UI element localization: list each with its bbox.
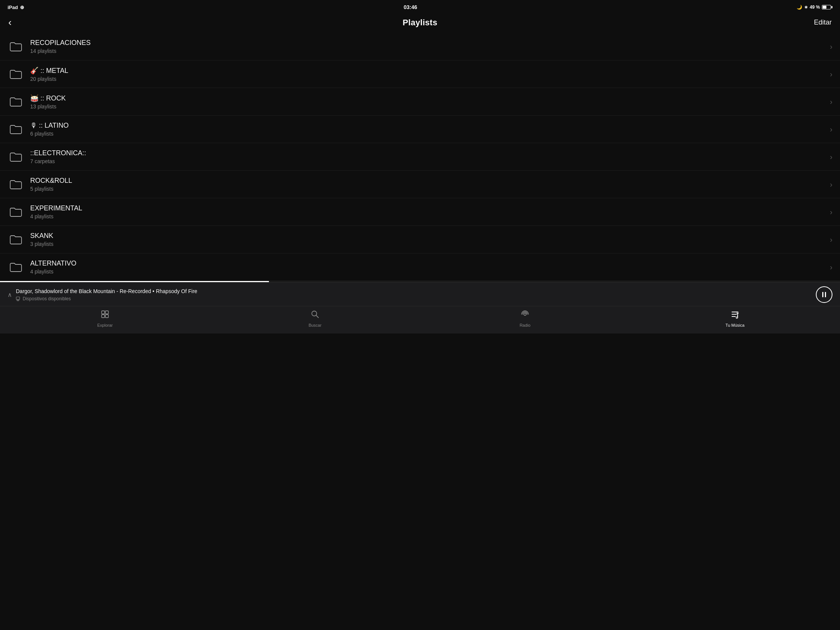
list-item[interactable]: ::ELECTRONICA:: 7 carpetas › [0, 143, 840, 171]
item-name: 🎸 :: METAL [30, 66, 826, 75]
item-count: 13 playlists [30, 104, 826, 109]
item-count: 4 playlists [30, 213, 826, 219]
svg-rect-6 [105, 315, 108, 317]
radio-icon [520, 309, 530, 321]
folder-icon [8, 66, 24, 82]
list-item[interactable]: 🎸 :: METAL 20 playlists › [0, 60, 840, 88]
status-time: 03:46 [404, 4, 417, 10]
list-item[interactable]: ALTERNATIVO 4 playlists › [0, 253, 840, 281]
list-item[interactable]: EXPERIMENTAL 4 playlists › [0, 198, 840, 226]
svg-rect-4 [105, 311, 108, 314]
item-text: ::ELECTRONICA:: 7 carpetas [30, 149, 826, 164]
item-text: 🎸 :: METAL 20 playlists [30, 66, 826, 82]
item-text: ALTERNATIVO 4 playlists [30, 259, 826, 275]
folder-icon [8, 204, 24, 220]
bottom-nav: Explorar Buscar Radio [0, 306, 840, 333]
mini-player-left: ∧ Dargor, Shadowlord of the Black Mounta… [8, 288, 197, 302]
device-label: Dispositivos disponibles [23, 296, 71, 302]
item-count: 4 playlists [30, 268, 826, 275]
item-text: 🎙 :: LATINO 6 playlists [30, 122, 826, 137]
svg-rect-5 [102, 315, 105, 317]
svg-rect-0 [16, 297, 20, 300]
device-label: iPad [8, 5, 18, 10]
item-name: RECOPILACIONES [30, 39, 826, 47]
mini-player[interactable]: ∧ Dargor, Shadowlord of the Black Mounta… [0, 282, 840, 306]
item-name: ALTERNATIVO [30, 259, 826, 267]
battery-label: 49 % [810, 5, 820, 10]
expand-icon[interactable]: ∧ [8, 291, 12, 298]
folder-icon [8, 38, 24, 55]
item-count: 6 playlists [30, 131, 826, 137]
item-text: SKANK 3 playlists [30, 232, 826, 247]
folder-icon [8, 121, 24, 137]
playlist-list: RECOPILACIONES 14 playlists › 🎸 :: METAL… [0, 33, 840, 281]
item-count: 3 playlists [30, 241, 826, 247]
back-button[interactable]: ‹ [8, 17, 21, 28]
chevron-right-icon: › [830, 263, 832, 272]
item-text: EXPERIMENTAL 4 playlists [30, 204, 826, 219]
bluetooth-icon: ∗ [804, 5, 808, 10]
nav-item-search[interactable]: Buscar [302, 309, 328, 327]
item-text: RECOPILACIONES 14 playlists [30, 39, 826, 54]
item-count: 20 playlists [30, 76, 826, 82]
svg-point-9 [524, 313, 526, 315]
mini-player-track: Dargor, Shadowlord of the Black Mountain… [16, 288, 197, 295]
track-name: Dargor, Shadowlord of the Black Mountain… [16, 288, 151, 294]
svg-rect-3 [102, 311, 105, 314]
nav-label-mymusic: Tu Música [726, 323, 744, 327]
item-name: ROCK&ROLL [30, 177, 826, 185]
list-item[interactable]: ROCK&ROLL 5 playlists › [0, 171, 840, 198]
item-name: EXPERIMENTAL [30, 204, 826, 212]
spotify-icon: ⊕ [20, 5, 24, 10]
nav-bar: ‹ Playlists Editar [0, 14, 840, 33]
list-item[interactable]: 🎙 :: LATINO 6 playlists › [0, 115, 840, 143]
explore-icon [100, 309, 110, 321]
mymusic-icon [730, 309, 740, 321]
status-bar: iPad ⊕ 03:46 🌙 ∗ 49 % [0, 0, 840, 14]
chevron-right-icon: › [830, 70, 832, 79]
list-item[interactable]: 🥁 :: ROCK 13 playlists › [0, 88, 840, 115]
page-title: Playlists [403, 18, 437, 28]
chevron-right-icon: › [830, 42, 832, 51]
svg-point-15 [736, 317, 737, 318]
progress-fill [0, 281, 269, 282]
nav-label-explore: Explorar [98, 323, 113, 327]
nav-label-radio: Radio [520, 323, 531, 327]
edit-button[interactable]: Editar [814, 19, 832, 27]
item-name: 🥁 :: ROCK [30, 94, 826, 103]
item-count: 7 carpetas [30, 158, 826, 164]
item-count: 14 playlists [30, 48, 826, 54]
pause-icon [822, 292, 826, 297]
nav-label-search: Buscar [309, 323, 321, 327]
status-left: iPad ⊕ [8, 5, 24, 10]
list-item[interactable]: SKANK 3 playlists › [0, 226, 840, 253]
moon-icon: 🌙 [797, 5, 802, 10]
device-icon [16, 296, 21, 302]
chevron-right-icon: › [830, 235, 832, 244]
mini-player-device[interactable]: Dispositivos disponibles [16, 296, 197, 302]
folder-icon [8, 259, 24, 275]
nav-item-mymusic[interactable]: Tu Música [722, 309, 748, 327]
folder-icon [8, 231, 24, 248]
status-right: 🌙 ∗ 49 % [797, 5, 832, 10]
chevron-right-icon: › [830, 153, 832, 161]
artist-name: Rhapsody Of Fire [156, 288, 197, 294]
item-text: 🥁 :: ROCK 13 playlists [30, 94, 826, 109]
item-name: ::ELECTRONICA:: [30, 149, 826, 157]
chevron-right-icon: › [830, 208, 832, 216]
progress-bar [0, 281, 840, 282]
folder-icon [8, 148, 24, 165]
pause-button[interactable] [816, 286, 832, 303]
item-count: 5 playlists [30, 186, 826, 192]
chevron-right-icon: › [830, 180, 832, 189]
chevron-right-icon: › [830, 98, 832, 106]
item-text: ROCK&ROLL 5 playlists [30, 177, 826, 192]
list-item[interactable]: RECOPILACIONES 14 playlists › [0, 33, 840, 60]
nav-item-radio[interactable]: Radio [512, 309, 538, 327]
folder-icon [8, 176, 24, 193]
item-name: 🎙 :: LATINO [30, 122, 826, 129]
mini-player-info: Dargor, Shadowlord of the Black Mountain… [16, 288, 197, 302]
svg-line-8 [316, 315, 318, 317]
folder-icon [8, 93, 24, 110]
nav-item-explore[interactable]: Explorar [92, 309, 118, 327]
